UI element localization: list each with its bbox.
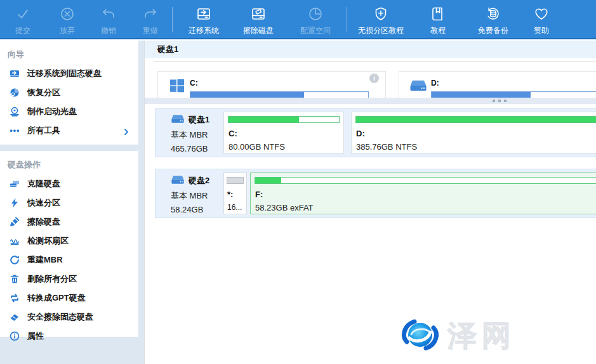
windows-logo-icon [169, 78, 185, 96]
properties-icon [9, 331, 20, 342]
partition-letter: D: [356, 129, 365, 138]
donate-button[interactable]: 赞助 [524, 4, 559, 37]
splitter-handle[interactable] [145, 98, 596, 104]
sidebar-section-wizard: 向导 迁移系统到固态硬盘 恢复分区 制作启动光盘 所有工具 [0, 41, 138, 145]
sidebar-item-convert-gpt[interactable]: 转换成GPT硬盘 [0, 289, 138, 308]
toolbar: 提交 放弃 撤销 重做 迁移系统 擦除磁盘 [0, 0, 596, 39]
partition-usage-bar [255, 177, 596, 184]
undo-icon [92, 4, 125, 24]
migrate-system-button[interactable]: 迁移系统 [180, 4, 228, 37]
sidebar-item-bootable-cd[interactable]: 制作启动光盘 [0, 102, 138, 121]
sidebar-item-migrate-to-ssd[interactable]: 迁移系统到固态硬盘 [0, 64, 138, 83]
recover-partition-icon [9, 88, 20, 98]
sidebar-item-wipe-drive[interactable]: 擦除硬盘 [0, 212, 138, 231]
sidebar-item-clone-disk[interactable]: 克隆硬盘 [0, 174, 138, 193]
disk-info: 硬盘1 基本 MBR 465.76GB [156, 108, 222, 157]
wipe-disk-icon [234, 4, 282, 24]
allocate-space-button[interactable]: 配置空间 [291, 4, 340, 37]
info-icon[interactable]: i [369, 74, 379, 83]
clone-disk-icon [9, 179, 20, 190]
app-window: 提交 放弃 撤销 重做 迁移系统 擦除磁盘 [0, 0, 596, 364]
partition-usage-bar [227, 177, 244, 184]
watermark-logo-icon [399, 313, 441, 358]
disk-row-1[interactable]: 硬盘1 基本 MBR 465.76GB C: 80.00GB NTFS D: 3… [155, 108, 596, 157]
partition-letter: F: [255, 190, 263, 199]
partition-tutorial-button[interactable]: 无损分区教程 [353, 4, 409, 37]
tutorial-button[interactable]: 教程 [419, 4, 457, 37]
sidebar-item-delete-all-partitions[interactable]: 删除所有分区 [0, 270, 138, 289]
partition-letter: *: [227, 190, 233, 199]
free-backup-button[interactable]: 免费备份 [467, 4, 519, 37]
overview-card-c[interactable]: C: i [157, 71, 386, 100]
partition-unallocated[interactable]: *: 16... [223, 172, 247, 214]
secure-erase-icon [9, 312, 20, 323]
sidebar-item-all-tools[interactable]: 所有工具 [0, 121, 138, 140]
disk-drive-icon [410, 79, 427, 95]
partition-info: 16... [227, 203, 242, 212]
main-area: 硬盘1 C: i D: [144, 41, 596, 364]
usage-fill [432, 92, 531, 98]
sidebar-item-rebuild-mbr[interactable]: 重建MBR [0, 250, 138, 270]
partition-letter: C: [228, 129, 237, 138]
drag-dots-icon [493, 100, 507, 102]
usage-fill [356, 117, 596, 122]
disk-name: 硬盘2 [189, 175, 209, 186]
sidebar-item-recover-partition[interactable]: 恢复分区 [0, 83, 138, 102]
convert-gpt-icon [9, 293, 20, 304]
chevron-right-icon [123, 127, 129, 138]
discard-icon [51, 4, 84, 24]
disk-size: 58.24GB [171, 205, 222, 214]
partition-usage-bar [355, 116, 596, 123]
partition-d[interactable]: D: 385.76GB NTFS [351, 112, 596, 153]
bad-sector-icon [9, 236, 20, 247]
delete-partitions-icon [9, 274, 20, 285]
usage-fill [228, 117, 299, 122]
toolbar-separator [347, 7, 347, 32]
redo-button[interactable]: 重做 [134, 4, 167, 37]
sidebar-item-properties[interactable]: 属性 [0, 327, 138, 346]
partition-tutorial-icon [353, 4, 409, 24]
partition-info: 385.76GB NTFS [356, 142, 417, 152]
disk-type: 基本 MBR [171, 190, 222, 202]
disk-row-2[interactable]: 硬盘2 基本 MBR 58.24GB *: 16... F: 58.23GB e… [155, 169, 596, 218]
disk-drive-icon [171, 114, 185, 126]
discard-button[interactable]: 放弃 [51, 4, 84, 37]
quick-partition-icon [9, 198, 20, 209]
toolbar-separator [172, 7, 173, 32]
partition-c[interactable]: C: 80.00GB NTFS [223, 112, 344, 153]
partition-usage-bar [228, 116, 340, 123]
undo-button[interactable]: 撤销 [92, 4, 125, 37]
overview-card-d[interactable]: D: [399, 71, 596, 100]
allocate-space-icon [291, 4, 340, 24]
disk-name: 硬盘1 [189, 114, 209, 126]
sidebar-item-secure-erase[interactable]: 安全擦除固态硬盘 [0, 308, 138, 327]
sidebar-item-bad-sectors[interactable]: 检测坏扇区 [0, 231, 138, 250]
usage-fill [190, 92, 304, 98]
partition-info: 80.00GB NTFS [228, 142, 285, 152]
commit-check-icon [6, 4, 39, 24]
wipe-disk-button[interactable]: 擦除磁盘 [234, 4, 282, 37]
disk-size: 465.76GB [171, 144, 222, 153]
migrate-system-icon [180, 4, 228, 24]
tutorial-icon [419, 4, 457, 24]
sidebar: 向导 迁移系统到固态硬盘 恢复分区 制作启动光盘 所有工具 [0, 41, 144, 364]
disk-tab[interactable]: 硬盘1 [145, 41, 596, 58]
disk-type: 基本 MBR [171, 129, 222, 141]
watermark-text: 泽网 [447, 315, 516, 356]
overview-drive-label: D: [431, 79, 439, 88]
bootable-cd-icon [9, 107, 20, 117]
all-tools-icon [9, 126, 20, 136]
rebuild-mbr-icon [9, 255, 20, 266]
sidebar-item-quick-partition[interactable]: 快速分区 [0, 193, 138, 212]
redo-icon [134, 4, 167, 24]
commit-button[interactable]: 提交 [6, 4, 39, 37]
section-title: 硬盘操作 [0, 151, 138, 174]
partition-f[interactable]: F: 58.23GB exFAT [250, 172, 596, 214]
migrate-to-ssd-icon [9, 68, 20, 79]
usage-fill [255, 178, 281, 183]
watermark: 泽网 [399, 313, 516, 358]
overview-drive-label: C: [190, 79, 198, 88]
disk-drive-icon [171, 174, 185, 187]
partition-info: 58.23GB exFAT [255, 203, 314, 212]
section-title: 向导 [0, 41, 138, 64]
